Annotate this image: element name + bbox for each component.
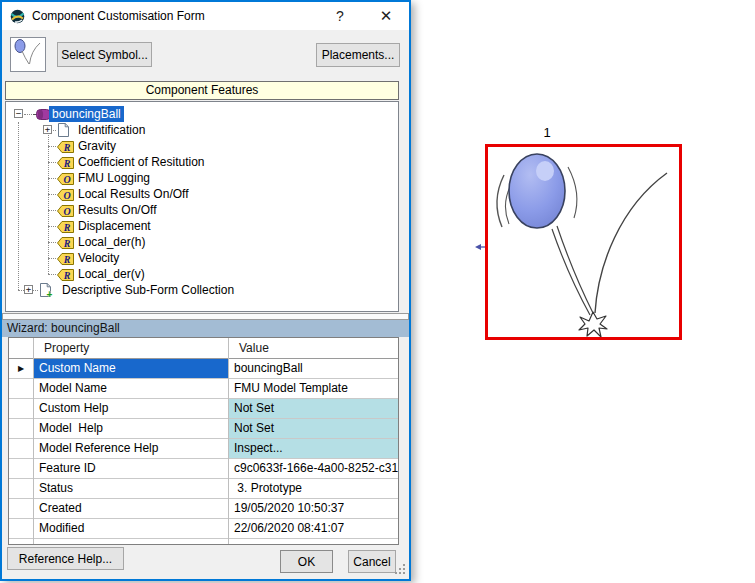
- svg-text:R: R: [63, 254, 71, 265]
- port-arrow-icon[interactable]: [475, 237, 485, 245]
- tree-expander-minus-icon[interactable]: −: [14, 109, 23, 118]
- grid-divider: [33, 338, 34, 544]
- tree-connector-stub: [48, 178, 56, 179]
- reference-help-button[interactable]: Reference Help...: [7, 547, 124, 570]
- svg-text:O: O: [63, 190, 70, 201]
- row-selector[interactable]: [9, 379, 33, 398]
- app-icon: [10, 9, 25, 24]
- tree-connector-stub: [48, 162, 56, 163]
- tree-item-label[interactable]: bouncingBall: [49, 106, 124, 122]
- table-row: Modified22/06/2020 08:41:07: [9, 519, 398, 539]
- table-row: ▶Custom NamebouncingBall: [9, 359, 398, 379]
- tree-expander-plus-icon[interactable]: +: [43, 125, 52, 134]
- window-title: Component Customisation Form: [32, 2, 205, 30]
- tree-item-label[interactable]: Identification: [78, 122, 145, 138]
- tree-connector-stub: [48, 274, 56, 275]
- row-selector-arrow-icon[interactable]: ▶: [9, 359, 33, 378]
- property-value-cell[interactable]: 22/06/2020 08:41:07: [228, 519, 398, 538]
- close-icon[interactable]: ✕: [370, 2, 402, 30]
- tree-item-label[interactable]: Descriptive Sub-Form Collection: [62, 282, 234, 298]
- tree-expander-plus-icon[interactable]: +: [24, 285, 33, 294]
- tree-connector-stub: [48, 242, 56, 243]
- column-header-property: Property: [44, 338, 89, 358]
- row-selector[interactable]: [9, 459, 33, 478]
- property-grid: Property Value ▶Custom NamebouncingBallM…: [8, 337, 399, 545]
- tree-connector-stub: [48, 146, 56, 147]
- title-bar: Component Customisation Form ? ✕: [2, 2, 409, 30]
- property-value-cell[interactable]: 3. Prototype: [228, 479, 398, 498]
- svg-text:R: R: [63, 238, 71, 249]
- tree-item: −bouncingBall: [6, 106, 398, 122]
- tree-item-label[interactable]: Local_der(v): [78, 266, 145, 282]
- tree-item-label[interactable]: Results On/Off: [78, 202, 156, 218]
- property-value-cell[interactable]: Not Set: [228, 399, 398, 418]
- property-value-cell[interactable]: Not Set: [228, 419, 398, 438]
- tree-connector-stub: [48, 258, 56, 259]
- help-icon[interactable]: ?: [326, 2, 354, 30]
- tree-item: RLocal_der(h): [6, 234, 398, 250]
- component-canvas[interactable]: [485, 144, 682, 340]
- row-selector[interactable]: [9, 399, 33, 418]
- property-name-cell[interactable]: Model Help: [33, 419, 228, 438]
- property-name-cell[interactable]: Modified: [33, 519, 228, 538]
- tree-item: OFMU Logging: [6, 170, 398, 186]
- tree-item: RLocal_der(v): [6, 266, 398, 282]
- svg-text:R: R: [63, 158, 71, 169]
- property-name-cell[interactable]: Model Reference Help: [33, 439, 228, 458]
- row-selector[interactable]: [9, 439, 33, 458]
- property-name-cell[interactable]: Feature ID: [33, 459, 228, 478]
- table-row: Feature IDc9c0633f-166e-4a00-8252-c312..…: [9, 459, 398, 479]
- tree-connector-stub: [48, 194, 56, 195]
- table-row: Model HelpNot Set: [9, 419, 398, 439]
- property-name-cell[interactable]: Created: [33, 499, 228, 518]
- row-selector[interactable]: [9, 419, 33, 438]
- row-selector[interactable]: [9, 479, 33, 498]
- resize-grip-icon[interactable]: [394, 563, 406, 575]
- tree-item-label[interactable]: Local_der(h): [78, 234, 145, 250]
- tree-connector-stub: [48, 210, 56, 211]
- component-customisation-dialog: Component Customisation Form ? ✕ Select …: [0, 0, 411, 581]
- tree-connector-stub: [48, 226, 56, 227]
- table-row: Created19/05/2020 10:50:37: [9, 499, 398, 519]
- tree-item: +Identification: [6, 122, 398, 138]
- cancel-button[interactable]: Cancel: [348, 550, 396, 573]
- svg-text:R: R: [63, 222, 71, 233]
- property-value-cell[interactable]: Inspect...: [228, 439, 398, 458]
- symbol-preview: [10, 37, 46, 72]
- tree-item-label[interactable]: Displacement: [78, 218, 151, 234]
- tree-item: RGravity: [6, 138, 398, 154]
- property-name-cell[interactable]: Custom Name: [33, 359, 228, 378]
- wizard-bar: Wizard: bouncingBall: [2, 320, 409, 337]
- property-name-cell[interactable]: Model Name: [33, 379, 228, 398]
- tree-item: ++Descriptive Sub-Form Collection: [6, 282, 398, 298]
- placements-button[interactable]: Placements...: [316, 43, 400, 67]
- tree-item-label[interactable]: Local Results On/Off: [78, 186, 189, 202]
- property-value-cell[interactable]: FMU Model Template: [228, 379, 398, 398]
- panel-splitter[interactable]: [2, 313, 409, 320]
- property-name-cell[interactable]: Custom Help: [33, 399, 228, 418]
- tree-item-label[interactable]: Velocity: [78, 250, 119, 266]
- row-selector[interactable]: [9, 499, 33, 518]
- svg-text:O: O: [63, 174, 70, 185]
- component-number-label: 1: [537, 125, 557, 141]
- svg-text:R: R: [63, 142, 71, 153]
- ok-button[interactable]: OK: [280, 550, 333, 573]
- property-value-cell[interactable]: bouncingBall: [228, 359, 398, 378]
- property-value-cell[interactable]: c9c0633f-166e-4a00-8252-c312...: [228, 459, 398, 478]
- grid-divider[interactable]: [228, 338, 229, 544]
- row-selector[interactable]: [9, 519, 33, 538]
- property-grid-header: Property Value: [9, 338, 398, 359]
- tree-item-label[interactable]: FMU Logging: [78, 170, 150, 186]
- property-value-cell[interactable]: 19/05/2020 10:50:37: [228, 499, 398, 518]
- table-row: Status 3. Prototype: [9, 479, 398, 499]
- tree-item: RVelocity: [6, 250, 398, 266]
- page-add-icon: +: [39, 283, 54, 302]
- column-header-value: Value: [239, 338, 269, 358]
- tree-item-label[interactable]: Gravity: [78, 138, 116, 154]
- tree-item-label[interactable]: Coefficient of Resitution: [78, 154, 205, 170]
- component-features-header: Component Features: [5, 81, 399, 100]
- select-symbol-button[interactable]: Select Symbol...: [57, 42, 152, 67]
- tree-item: OLocal Results On/Off: [6, 186, 398, 202]
- property-name-cell[interactable]: Status: [33, 479, 228, 498]
- tree-item: RDisplacement: [6, 218, 398, 234]
